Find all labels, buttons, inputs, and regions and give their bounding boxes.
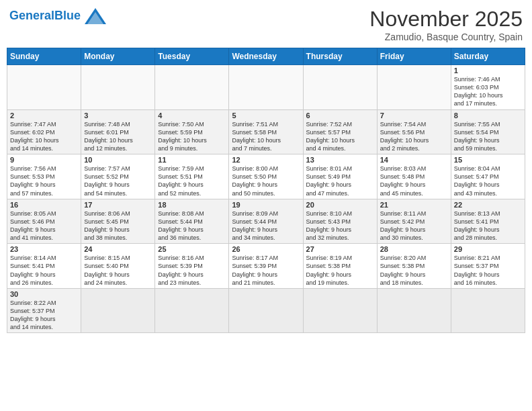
day-number: 12 bbox=[232, 156, 300, 164]
calendar-cell: 18Sunrise: 8:08 AM Sunset: 5:44 PM Dayli… bbox=[155, 199, 229, 244]
day-number: 15 bbox=[454, 156, 522, 164]
calendar-cell bbox=[377, 288, 451, 333]
day-info: Sunrise: 8:11 AM Sunset: 5:42 PM Dayligh… bbox=[380, 210, 448, 242]
calendar-cell bbox=[451, 288, 525, 333]
calendar-cell: 25Sunrise: 8:16 AM Sunset: 5:39 PM Dayli… bbox=[155, 244, 229, 289]
day-number: 3 bbox=[84, 111, 152, 120]
calendar-cell: 6Sunrise: 7:52 AM Sunset: 5:57 PM Daylig… bbox=[303, 109, 377, 154]
day-number: 23 bbox=[10, 245, 78, 253]
day-info: Sunrise: 8:17 AM Sunset: 5:39 PM Dayligh… bbox=[232, 254, 300, 287]
day-info: Sunrise: 8:16 AM Sunset: 5:39 PM Dayligh… bbox=[158, 254, 226, 287]
calendar-cell: 2Sunrise: 7:47 AM Sunset: 6:02 PM Daylig… bbox=[7, 109, 81, 154]
calendar-cell: 10Sunrise: 7:57 AM Sunset: 5:52 PM Dayli… bbox=[81, 154, 155, 199]
calendar-cell bbox=[303, 65, 377, 110]
day-number: 20 bbox=[306, 201, 374, 209]
calendar-cell: 28Sunrise: 8:20 AM Sunset: 5:38 PM Dayli… bbox=[377, 244, 451, 289]
day-number: 25 bbox=[158, 245, 226, 253]
page-header: GeneralBlue November 2025 Zamudio, Basqu… bbox=[7, 7, 525, 42]
day-info: Sunrise: 8:04 AM Sunset: 5:47 PM Dayligh… bbox=[454, 165, 522, 197]
weekday-header-monday: Monday bbox=[81, 48, 155, 65]
day-info: Sunrise: 7:48 AM Sunset: 6:01 PM Dayligh… bbox=[84, 120, 152, 153]
weekday-header-thursday: Thursday bbox=[303, 48, 377, 65]
weekday-header-sunday: Sunday bbox=[7, 48, 81, 65]
day-info: Sunrise: 7:59 AM Sunset: 5:51 PM Dayligh… bbox=[158, 165, 226, 197]
day-number: 9 bbox=[10, 156, 78, 164]
calendar-cell: 15Sunrise: 8:04 AM Sunset: 5:47 PM Dayli… bbox=[451, 154, 525, 199]
calendar-cell bbox=[229, 65, 303, 110]
day-info: Sunrise: 7:56 AM Sunset: 5:53 PM Dayligh… bbox=[10, 165, 78, 197]
day-number: 7 bbox=[380, 111, 448, 120]
logo: GeneralBlue bbox=[9, 7, 107, 26]
calendar-cell: 9Sunrise: 7:56 AM Sunset: 5:53 PM Daylig… bbox=[7, 154, 81, 199]
day-info: Sunrise: 8:05 AM Sunset: 5:46 PM Dayligh… bbox=[10, 210, 78, 242]
calendar-cell bbox=[229, 288, 303, 333]
calendar-cell: 11Sunrise: 7:59 AM Sunset: 5:51 PM Dayli… bbox=[155, 154, 229, 199]
title-block: November 2025 Zamudio, Basque Country, S… bbox=[369, 7, 523, 42]
day-number: 18 bbox=[158, 201, 226, 209]
day-number: 14 bbox=[380, 156, 448, 164]
location: Zamudio, Basque Country, Spain bbox=[369, 32, 523, 42]
day-number: 10 bbox=[84, 156, 152, 164]
calendar-cell bbox=[155, 65, 229, 110]
calendar-cell: 20Sunrise: 8:10 AM Sunset: 5:43 PM Dayli… bbox=[303, 199, 377, 244]
day-number: 5 bbox=[232, 111, 300, 120]
calendar-cell bbox=[7, 65, 81, 110]
day-info: Sunrise: 8:09 AM Sunset: 5:44 PM Dayligh… bbox=[232, 210, 300, 242]
day-number: 11 bbox=[158, 156, 226, 164]
day-info: Sunrise: 8:19 AM Sunset: 5:38 PM Dayligh… bbox=[306, 254, 374, 287]
day-number: 19 bbox=[232, 201, 300, 209]
day-info: Sunrise: 8:08 AM Sunset: 5:44 PM Dayligh… bbox=[158, 210, 226, 242]
weekday-header-saturday: Saturday bbox=[451, 48, 525, 65]
calendar-week-row: 16Sunrise: 8:05 AM Sunset: 5:46 PM Dayli… bbox=[7, 199, 525, 244]
day-number: 27 bbox=[306, 245, 374, 253]
logo-text: GeneralBlue bbox=[9, 9, 81, 23]
calendar-week-row: 1Sunrise: 7:46 AM Sunset: 6:03 PM Daylig… bbox=[7, 65, 525, 110]
weekday-header-tuesday: Tuesday bbox=[155, 48, 229, 65]
calendar-cell: 5Sunrise: 7:51 AM Sunset: 5:58 PM Daylig… bbox=[229, 109, 303, 154]
day-number: 2 bbox=[10, 111, 78, 120]
weekday-header-row: SundayMondayTuesdayWednesdayThursdayFrid… bbox=[7, 48, 525, 65]
day-info: Sunrise: 8:15 AM Sunset: 5:40 PM Dayligh… bbox=[84, 254, 152, 287]
calendar-cell: 17Sunrise: 8:06 AM Sunset: 5:45 PM Dayli… bbox=[81, 199, 155, 244]
calendar-cell: 26Sunrise: 8:17 AM Sunset: 5:39 PM Dayli… bbox=[229, 244, 303, 289]
day-number: 29 bbox=[454, 245, 522, 253]
calendar-cell: 13Sunrise: 8:01 AM Sunset: 5:49 PM Dayli… bbox=[303, 154, 377, 199]
calendar-cell bbox=[155, 288, 229, 333]
day-info: Sunrise: 7:50 AM Sunset: 5:59 PM Dayligh… bbox=[158, 120, 226, 153]
calendar-cell: 24Sunrise: 8:15 AM Sunset: 5:40 PM Dayli… bbox=[81, 244, 155, 289]
weekday-header-wednesday: Wednesday bbox=[229, 48, 303, 65]
calendar-week-row: 2Sunrise: 7:47 AM Sunset: 6:02 PM Daylig… bbox=[7, 109, 525, 154]
logo-general: General bbox=[9, 9, 54, 22]
day-info: Sunrise: 8:00 AM Sunset: 5:50 PM Dayligh… bbox=[232, 165, 300, 197]
logo-blue: Blue bbox=[54, 9, 81, 22]
calendar-cell bbox=[303, 288, 377, 333]
day-info: Sunrise: 8:01 AM Sunset: 5:49 PM Dayligh… bbox=[306, 165, 374, 197]
weekday-header-friday: Friday bbox=[377, 48, 451, 65]
calendar-cell bbox=[377, 65, 451, 110]
calendar-cell: 4Sunrise: 7:50 AM Sunset: 5:59 PM Daylig… bbox=[155, 109, 229, 154]
calendar-cell: 14Sunrise: 8:03 AM Sunset: 5:48 PM Dayli… bbox=[377, 154, 451, 199]
calendar-cell: 8Sunrise: 7:55 AM Sunset: 5:54 PM Daylig… bbox=[451, 109, 525, 154]
day-info: Sunrise: 7:51 AM Sunset: 5:58 PM Dayligh… bbox=[232, 120, 300, 153]
calendar-cell bbox=[81, 65, 155, 110]
calendar-cell: 19Sunrise: 8:09 AM Sunset: 5:44 PM Dayli… bbox=[229, 199, 303, 244]
day-info: Sunrise: 7:52 AM Sunset: 5:57 PM Dayligh… bbox=[306, 120, 374, 153]
calendar-week-row: 9Sunrise: 7:56 AM Sunset: 5:53 PM Daylig… bbox=[7, 154, 525, 199]
day-info: Sunrise: 8:06 AM Sunset: 5:45 PM Dayligh… bbox=[84, 210, 152, 242]
day-number: 13 bbox=[306, 156, 374, 164]
day-info: Sunrise: 7:55 AM Sunset: 5:54 PM Dayligh… bbox=[454, 120, 522, 153]
day-number: 24 bbox=[84, 245, 152, 253]
day-number: 6 bbox=[306, 111, 374, 120]
calendar-cell: 7Sunrise: 7:54 AM Sunset: 5:56 PM Daylig… bbox=[377, 109, 451, 154]
calendar-cell: 22Sunrise: 8:13 AM Sunset: 5:41 PM Dayli… bbox=[451, 199, 525, 244]
calendar-cell bbox=[81, 288, 155, 333]
day-number: 1 bbox=[454, 66, 522, 75]
day-info: Sunrise: 7:54 AM Sunset: 5:56 PM Dayligh… bbox=[380, 120, 448, 153]
logo-icon bbox=[83, 7, 107, 26]
calendar-cell: 27Sunrise: 8:19 AM Sunset: 5:38 PM Dayli… bbox=[303, 244, 377, 289]
calendar-cell: 21Sunrise: 8:11 AM Sunset: 5:42 PM Dayli… bbox=[377, 199, 451, 244]
calendar-cell: 12Sunrise: 8:00 AM Sunset: 5:50 PM Dayli… bbox=[229, 154, 303, 199]
calendar-week-row: 30Sunrise: 8:22 AM Sunset: 5:37 PM Dayli… bbox=[7, 288, 525, 333]
day-info: Sunrise: 8:03 AM Sunset: 5:48 PM Dayligh… bbox=[380, 165, 448, 197]
day-number: 30 bbox=[10, 290, 78, 298]
